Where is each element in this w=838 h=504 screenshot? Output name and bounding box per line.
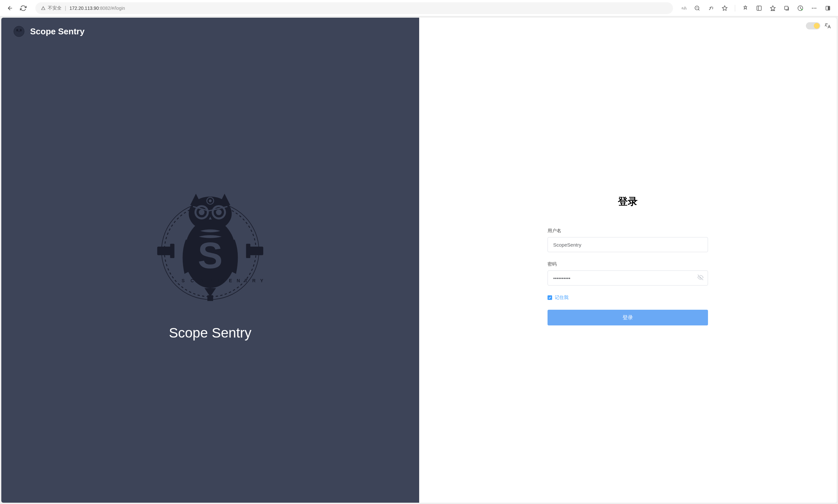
svg-point-22 xyxy=(209,199,211,202)
svg-rect-18 xyxy=(170,244,174,258)
svg-point-12 xyxy=(16,29,18,31)
password-group: 密码 xyxy=(548,261,708,286)
theme-toggle[interactable] xyxy=(806,22,820,30)
svg-point-13 xyxy=(20,29,22,31)
main-container: Scope Sentry xyxy=(0,16,838,504)
left-header: Scope Sentry xyxy=(1,18,419,45)
svg-point-28 xyxy=(216,209,222,215)
svg-point-25 xyxy=(199,209,205,215)
owl-logo: S S C O P E S E N T R Y xyxy=(153,181,268,312)
svg-rect-17 xyxy=(249,247,263,255)
svg-rect-31 xyxy=(207,295,213,301)
zoom-out-icon[interactable] xyxy=(694,4,701,12)
username-label: 用户名 xyxy=(548,228,708,234)
extensions-icon[interactable] xyxy=(742,4,749,12)
browser-divider xyxy=(735,5,735,12)
password-label: 密码 xyxy=(548,261,708,267)
language-icon[interactable] xyxy=(824,22,831,29)
theme-toggle-knob xyxy=(814,23,820,29)
svg-rect-19 xyxy=(246,244,250,258)
username-group: 用户名 xyxy=(548,228,708,252)
browser-chrome: 不安全 | 172.20.113.90:8082/#/login aあ xyxy=(0,0,838,16)
password-input[interactable] xyxy=(548,270,708,286)
back-button[interactable] xyxy=(6,4,14,12)
svg-point-6 xyxy=(812,7,813,8)
lang-indicator[interactable]: aあ xyxy=(682,5,687,11)
collections-icon[interactable] xyxy=(783,4,790,12)
svg-rect-4 xyxy=(785,6,788,10)
address-bar[interactable]: 不安全 | 172.20.113.90:8082/#/login xyxy=(35,2,673,14)
star-icon[interactable] xyxy=(721,4,728,12)
url-text: 172.20.113.90:8082/#/login xyxy=(69,5,125,11)
read-aloud-icon[interactable] xyxy=(707,4,715,12)
left-panel: Scope Sentry xyxy=(1,18,419,503)
svg-rect-1 xyxy=(757,6,762,11)
header-title: Scope Sentry xyxy=(30,26,85,37)
svg-point-8 xyxy=(816,7,816,8)
svg-rect-16 xyxy=(157,247,172,255)
left-main-title: Scope Sentry xyxy=(169,325,252,341)
svg-text:S C O P E: S C O P E xyxy=(182,278,223,283)
left-center: S S C O P E S E N T R Y Scope Sentry xyxy=(1,45,419,503)
security-warning-text: 不安全 xyxy=(48,5,62,11)
login-button[interactable]: 登录 xyxy=(548,310,708,325)
favorites-icon[interactable] xyxy=(769,4,776,12)
sidebar-icon[interactable] xyxy=(755,4,763,12)
header-logo-icon xyxy=(13,25,25,37)
remember-group: 记住我 xyxy=(548,295,708,301)
panel-icon[interactable] xyxy=(824,4,832,12)
security-warning: 不安全 xyxy=(40,5,62,11)
login-form: 登录 用户名 密码 xyxy=(541,195,715,325)
svg-rect-10 xyxy=(828,6,830,10)
svg-point-5 xyxy=(801,9,803,11)
top-controls xyxy=(806,22,831,30)
remember-checkbox[interactable] xyxy=(548,295,552,300)
more-icon[interactable] xyxy=(810,4,818,12)
svg-text:S: S xyxy=(198,234,223,276)
right-panel: 登录 用户名 密码 xyxy=(419,18,837,503)
remember-label[interactable]: 记住我 xyxy=(555,295,568,301)
performance-icon[interactable] xyxy=(797,4,804,12)
svg-text:S E N T R Y: S E N T R Y xyxy=(221,278,265,283)
password-visibility-icon[interactable] xyxy=(698,274,703,282)
refresh-button[interactable] xyxy=(20,4,27,12)
svg-point-7 xyxy=(814,7,815,8)
address-divider: | xyxy=(65,5,66,11)
username-input[interactable] xyxy=(548,237,708,252)
login-title: 登录 xyxy=(548,195,708,208)
